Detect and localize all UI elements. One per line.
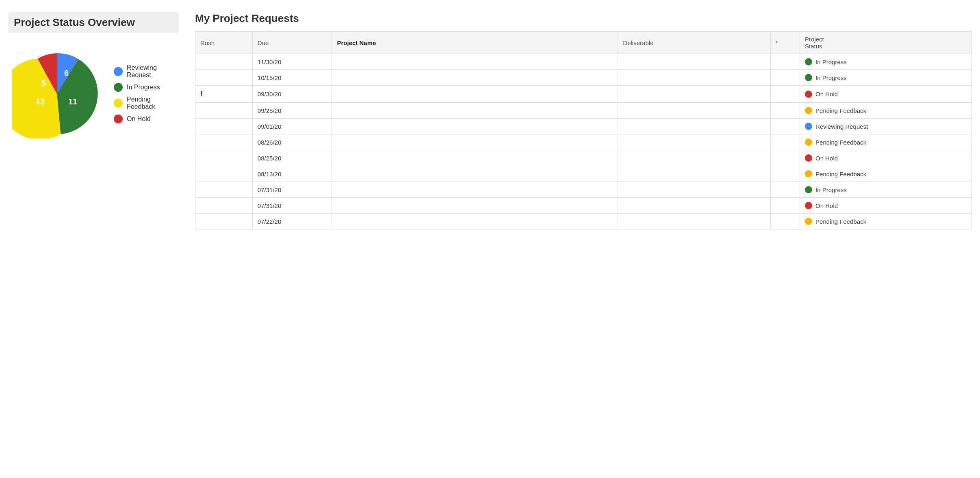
cell-rush-8 — [195, 166, 253, 182]
table-row[interactable]: 07/31/20 On Hold — [195, 198, 972, 214]
legend-item-inprogress: In Progress — [114, 83, 175, 92]
status-dot-2 — [805, 74, 812, 81]
cell-name-3 — [332, 86, 618, 103]
cell-rush-1 — [195, 54, 253, 70]
table-row[interactable]: 08/25/20 On Hold — [195, 150, 972, 166]
status-label-2: In Progress — [815, 74, 847, 81]
cell-star-10 — [770, 198, 800, 214]
cell-rush-4 — [195, 103, 253, 119]
cell-status-3: On Hold — [800, 86, 972, 103]
cell-name-7 — [332, 150, 618, 166]
legend-dot-pending — [114, 99, 123, 108]
col-name: Project Name — [332, 32, 618, 54]
status-dot-8 — [805, 170, 812, 177]
table-row[interactable]: 08/13/20 Pending Feedback — [195, 166, 972, 182]
cell-name-11 — [332, 214, 618, 229]
cell-star-11 — [770, 214, 800, 229]
cell-due-10: 07/31/20 — [252, 198, 332, 214]
table-row[interactable]: 07/31/20 In Progress — [195, 182, 972, 198]
cell-due-5: 09/01/20 — [252, 119, 332, 134]
cell-deliverable-6 — [618, 134, 770, 150]
cell-due-11: 07/22/20 — [252, 214, 332, 229]
legend-item-reviewing: Reviewing Request — [114, 64, 175, 79]
status-label-8: Pending Feedback — [815, 171, 866, 177]
status-dot-11 — [805, 218, 812, 225]
table-row[interactable]: 07/22/20 Pending Feedback — [195, 214, 972, 229]
status-label-9: In Progress — [815, 186, 847, 193]
cell-due-7: 08/25/20 — [252, 150, 332, 166]
right-panel: My Project Requests Rush Due Project Nam… — [195, 12, 972, 466]
cell-star-2 — [770, 70, 800, 86]
cell-star-6 — [770, 134, 800, 150]
legend-dot-inprogress — [114, 83, 123, 92]
status-label-10: On Hold — [815, 202, 838, 209]
table-row[interactable]: 11/30/20 In Progress — [195, 54, 972, 70]
legend-dot-reviewing — [114, 67, 123, 76]
cell-deliverable-9 — [618, 182, 770, 198]
cell-name-8 — [332, 166, 618, 182]
cell-rush-3: ! — [195, 86, 253, 103]
cell-status-10: On Hold — [800, 198, 972, 214]
table-row[interactable]: 10/15/20 In Progress — [195, 70, 972, 86]
cell-rush-9 — [195, 182, 253, 198]
cell-deliverable-7 — [618, 150, 770, 166]
status-dot-10 — [805, 202, 812, 209]
cell-status-6: Pending Feedback — [800, 134, 972, 150]
cell-rush-2 — [195, 70, 253, 86]
legend-label-reviewing: Reviewing Request — [127, 64, 175, 79]
legend-label-pending: Pending Feedback — [127, 96, 175, 110]
cell-status-11: Pending Feedback — [800, 214, 972, 229]
legend-label-onhold: On Hold — [127, 115, 151, 123]
cell-rush-11 — [195, 214, 253, 229]
status-dot-6 — [805, 138, 812, 146]
col-star: * — [770, 32, 800, 54]
cell-due-9: 07/31/20 — [252, 182, 332, 198]
pie-chart: 6 11 13 5 — [12, 49, 102, 138]
legend-item-pending: Pending Feedback — [114, 96, 175, 110]
status-dot-5 — [805, 123, 812, 130]
status-label-7: On Hold — [815, 155, 838, 162]
cell-star-3 — [770, 86, 800, 103]
cell-name-10 — [332, 198, 618, 214]
table-row[interactable]: !09/30/20 On Hold — [195, 86, 972, 103]
col-due: Due — [252, 32, 332, 54]
cell-rush-7 — [195, 150, 253, 166]
table-row[interactable]: 09/25/20 Pending Feedback — [195, 103, 972, 119]
chart-title: Project Status Overview — [8, 12, 179, 33]
cell-name-9 — [332, 182, 618, 198]
cell-star-7 — [770, 150, 800, 166]
status-label-5: Reviewing Request — [815, 123, 868, 130]
cell-due-6: 08/26/20 — [252, 134, 332, 150]
cell-star-9 — [770, 182, 800, 198]
cell-deliverable-5 — [618, 119, 770, 134]
cell-deliverable-4 — [618, 103, 770, 119]
cell-due-4: 09/25/20 — [252, 103, 332, 119]
status-label-1: In Progress — [815, 58, 847, 65]
cell-rush-5 — [195, 119, 253, 134]
cell-deliverable-10 — [618, 198, 770, 214]
cell-rush-10 — [195, 198, 253, 214]
status-dot-7 — [805, 154, 812, 162]
col-rush: Rush — [195, 32, 253, 54]
legend-item-onhold: On Hold — [114, 115, 175, 123]
cell-due-1: 11/30/20 — [252, 54, 332, 70]
cell-status-4: Pending Feedback — [800, 103, 972, 119]
legend-dot-onhold — [114, 115, 123, 123]
table-row[interactable]: 09/01/20 Reviewing Request — [195, 119, 972, 134]
chart-legend: Reviewing Request In Progress Pending Fe… — [114, 64, 175, 123]
cell-name-5 — [332, 119, 618, 134]
cell-status-5: Reviewing Request — [800, 119, 972, 134]
cell-name-6 — [332, 134, 618, 150]
table-row[interactable]: 08/26/20 Pending Feedback — [195, 134, 972, 150]
cell-name-2 — [332, 70, 618, 86]
cell-name-1 — [332, 54, 618, 70]
cell-deliverable-8 — [618, 166, 770, 182]
cell-deliverable-1 — [618, 54, 770, 70]
cell-star-4 — [770, 103, 800, 119]
cell-status-2: In Progress — [800, 70, 972, 86]
col-deliverable: Deliverable — [618, 32, 770, 54]
rush-icon: ! — [200, 90, 203, 98]
col-status: ProjectStatus — [800, 32, 972, 54]
cell-status-9: In Progress — [800, 182, 972, 198]
status-label-3: On Hold — [815, 91, 838, 97]
